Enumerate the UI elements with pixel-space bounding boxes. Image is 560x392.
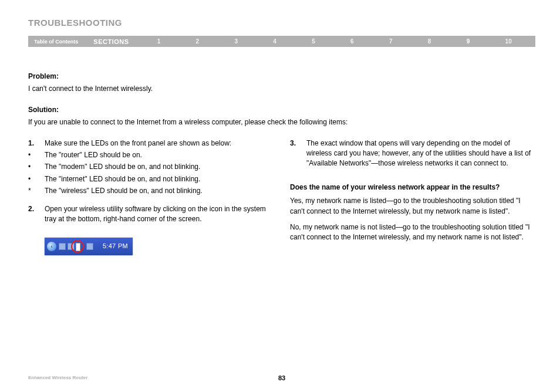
bullet-row: • The "internet" LED should be on, and n… xyxy=(28,174,274,184)
section-link-4[interactable]: 4 xyxy=(273,38,276,45)
toc-link[interactable]: Table of Contents xyxy=(28,39,83,45)
tray-expand-icon: ‹ xyxy=(47,242,56,251)
result-yes-text: Yes, my network name is listed—go to the… xyxy=(290,196,535,217)
tray-highlight-circle xyxy=(71,240,84,253)
section-numbers: 1 2 3 4 5 6 7 8 9 10 xyxy=(140,38,535,45)
result-no-text: No, my network name is not listed—go to … xyxy=(290,222,535,243)
page-title: TROUBLESHOOTING xyxy=(28,18,535,28)
step-3: 3. The exact window that opens will vary… xyxy=(290,138,535,169)
left-column: 1. Make sure the LEDs on the front panel… xyxy=(28,138,274,256)
solution-label: Solution: xyxy=(28,105,535,115)
step-2-marker: 2. xyxy=(28,204,45,225)
tray-icon xyxy=(86,243,93,250)
section-link-9[interactable]: 9 xyxy=(467,38,470,45)
problem-label: Problem: xyxy=(28,72,535,82)
step-1: 1. Make sure the LEDs on the front panel… xyxy=(28,138,274,148)
section-link-7[interactable]: 7 xyxy=(389,38,393,45)
step-1-text: Make sure the LEDs on the front panel ar… xyxy=(45,138,274,148)
bullet-marker: • xyxy=(28,162,45,172)
bullet-row: • The "router" LED should be on. xyxy=(28,150,274,160)
page-number: 83 xyxy=(28,374,535,381)
bullet-text: The "wireless" LED should be on, and not… xyxy=(45,186,274,196)
bullet-marker: • xyxy=(28,150,45,160)
bullet-marker: * xyxy=(28,186,45,196)
section-link-1[interactable]: 1 xyxy=(157,38,161,45)
sections-label: SECTIONS xyxy=(83,38,139,45)
problem-text: I can't connect to the Internet wireless… xyxy=(28,84,535,94)
results-subhead: Does the name of your wireless network a… xyxy=(290,183,535,192)
section-link-10[interactable]: 10 xyxy=(505,38,512,45)
page-footer: Enhanced Wireless Router 83 xyxy=(28,375,535,380)
system-tray-image: ‹ 5:47 PM xyxy=(45,238,133,255)
section-link-3[interactable]: 3 xyxy=(234,38,238,45)
step-2-text: Open your wireless utility software by c… xyxy=(45,204,274,225)
bullet-row: * The "wireless" LED should be on, and n… xyxy=(28,186,274,196)
bullet-text: The "modem" LED should be on, and not bl… xyxy=(45,162,274,172)
step-3-text: The exact window that opens will vary de… xyxy=(306,138,535,169)
bullet-text: The "router" LED should be on. xyxy=(45,150,274,160)
section-navbar: Table of Contents SECTIONS 1 2 3 4 5 6 7… xyxy=(28,36,535,47)
step-2: 2. Open your wireless utility software b… xyxy=(28,204,274,225)
section-link-6[interactable]: 6 xyxy=(350,38,354,45)
section-link-5[interactable]: 5 xyxy=(312,38,315,45)
tray-clock: 5:47 PM xyxy=(103,242,128,251)
bullet-text: The "internet" LED should be on, and not… xyxy=(45,174,274,184)
content-area: Problem: I can't connect to the Internet… xyxy=(28,47,535,255)
step-1-marker: 1. xyxy=(28,138,45,148)
section-link-2[interactable]: 2 xyxy=(196,38,200,45)
bullet-row: • The "modem" LED should be on, and not … xyxy=(28,162,274,172)
tray-icon xyxy=(59,243,66,250)
bullet-marker: • xyxy=(28,174,45,184)
step-3-marker: 3. xyxy=(290,138,306,169)
solution-intro: If you are unable to connect to the Inte… xyxy=(28,117,535,127)
right-column: 3. The exact window that opens will vary… xyxy=(290,138,535,256)
section-link-8[interactable]: 8 xyxy=(428,38,431,45)
